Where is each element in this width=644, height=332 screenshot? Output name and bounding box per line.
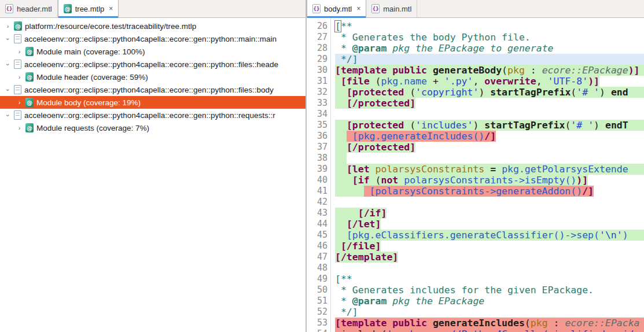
code-segment [335,131,347,142]
tree-item-label: Module header (coverage: 59%) [36,73,148,82]
code-line-32[interactable]: [protected ('copyright') startTagPrefix(… [335,87,644,98]
doc-file-icon [14,110,21,120]
tree-item-module-main[interactable]: ›@Module main (coverage: 100%) [0,45,306,58]
coverage-highlight-fill [634,329,644,332]
tree-item-module-body[interactable]: ›@Module body (coverage: 19%) [0,96,306,109]
close-icon[interactable]: × [109,5,113,12]
code-line-53[interactable]: [template public generateIncludes(pkg : … [335,318,644,329]
chevron-down-icon[interactable]: › [5,36,11,42]
code-segment: [polarsysConstraints->generateAddon() [364,186,583,197]
code-segment: [let [347,164,370,175]
code-line-37[interactable]: [/protected] [335,142,644,153]
code-segment: ) [473,120,484,131]
code-segment: * [335,43,352,54]
code-line-38[interactable] [335,153,644,164]
code-segment: @param [352,43,387,54]
module-file-icon: @ [25,72,34,82]
chevron-right-icon[interactable]: › [16,125,23,131]
tab-main-mtl[interactable]: {}main.mtl [366,0,417,17]
code-line-36[interactable]: [pkg.generateIncludes()/] [335,131,644,142]
code-segment [387,318,392,329]
code-line-33[interactable]: [/protected] [335,98,644,109]
code-line-50[interactable]: * Generates includes for the given EPack… [335,285,644,296]
code-segment: * Generates includes for the given EPack… [335,285,594,296]
line-number-gutter: 2627282930313233343536373839404142434445… [310,18,331,332]
chevron-down-icon[interactable]: › [5,87,11,93]
tab-label: body.mtl [324,5,352,13]
code-line-31[interactable]: [file (pkg.name + '.py', overwrite, 'UTF… [335,76,644,87]
code-segment: ecore::EPacka [565,318,639,329]
code-segment [335,175,352,186]
code-segment: [/file] [341,241,381,252]
tree-item-acceleoenv-org-eclipse-python4capella-ecore-gen-python-files-body[interactable]: ›acceleoenv::org::eclipse::python4capell… [0,83,306,96]
code-line-54[interactable]: include('workspace://Python4Capella/simp… [335,329,644,332]
chevron-down-icon[interactable]: › [5,112,11,119]
code-line-26[interactable]: [** [335,21,644,32]
code-line-40[interactable]: [if (not polarsysConstraints->isEmpty())… [335,175,644,186]
code-line-34[interactable] [335,109,644,120]
swirl-file-icon: @ [64,4,72,13]
code-line-44[interactable]: [/let] [335,219,644,230]
code-line-49[interactable]: [** [335,274,644,285]
code-segment: */] [335,307,358,318]
code-segment: ( [404,120,415,131]
tree-item-acceleoenv-org-eclipse-python4capella-ecore-gen-python-requests-r[interactable]: ›acceleoenv::org::eclipse::python4capell… [0,109,306,121]
code-line-39[interactable]: [let polarsysConstraints = pkg.getPolars… [335,164,644,175]
code-line-48[interactable] [335,263,644,274]
code-segment: pkg [531,318,548,329]
line-number: 44 [310,219,327,230]
code-line-47[interactable]: [/template] [335,252,644,263]
code-line-51[interactable]: * @param pkg the EPackage [335,296,644,307]
code-segment: + [427,76,444,87]
tree-item-acceleoenv-org-eclipse-python4capella-ecore-gen-python-files-heade[interactable]: ›acceleoenv::org::eclipse::python4capell… [0,58,306,71]
close-icon[interactable]: × [356,5,360,12]
code-segment: /] [484,131,496,142]
code-line-35[interactable]: [protected ('includes') startTagPrefix('… [335,120,644,131]
code-segment: [/let] [347,219,381,230]
traceability-tree: ›@platform:/resource/ecore.test/traceabi… [0,18,306,332]
code-segment: [ [335,21,341,32]
code-segment: [/protected] [347,142,415,153]
code-segment: ( [370,76,381,87]
chevron-right-icon[interactable]: › [5,23,11,29]
code-line-45[interactable]: [pkg.eClassifiers.generateClassifier()->… [335,230,644,241]
code-segment: , [473,76,484,87]
code-segment: pkg the EPackage [392,296,484,307]
code-segment: pkg the EPackage to generate [392,43,553,54]
chevron-right-icon[interactable]: › [16,99,23,106]
code-segment: startTagPrefix [490,87,571,98]
code-line-43[interactable]: [/if] [335,208,644,219]
line-number: 35 [310,120,327,131]
chevron-down-icon[interactable]: › [5,61,11,68]
code-segment: 'workspace://Python4Capella/simplified_a… [387,329,634,332]
code-segment [398,175,404,186]
code-line-28[interactable]: * @param pkg the EPackage to generate [335,43,644,54]
code-line-42[interactable] [335,197,644,208]
line-number: 28 [310,43,327,54]
chevron-right-icon[interactable]: › [16,49,23,55]
code-area[interactable]: [** * Generates the body Python file. * … [331,18,644,332]
code-segment: pkg.name [381,76,426,87]
tree-item-platform-resource-ecore-test-traceability-tree-mtlp[interactable]: ›@platform:/resource/ecore.test/traceabi… [0,20,306,32]
code-line-27[interactable]: * Generates the body Python file. [335,32,644,43]
tab-body-mtl[interactable]: {}body.mtl× [307,0,366,17]
tree-item-module-requests[interactable]: ›@Module requests (coverage: 7%) [0,121,306,134]
coverage-highlight-fill [628,120,644,131]
code-line-29[interactable]: */] [335,54,644,65]
code-segment: end [611,87,628,98]
code-segment [427,318,433,329]
tab-header-mtl[interactable]: {}header.mtl [0,0,58,17]
tree-item-acceleoenv-org-eclipse-python4capella-ecore-gen-python-main-main[interactable]: ›acceleoenv::org::eclipse::python4capell… [0,32,306,45]
code-line-30[interactable]: [template public generateBody(pkg : ecor… [335,65,644,76]
tab-tree-mtlp[interactable]: @tree.mtlp× [58,0,119,17]
chevron-right-icon[interactable]: › [16,74,23,80]
code-segment [335,153,347,164]
code-segment: ( [502,65,507,76]
code-line-41[interactable]: [polarsysConstraints->generateAddon()/] [335,186,644,197]
tree-item-module-header[interactable]: ›@Module header (coverage: 59%) [0,71,306,83]
code-line-46[interactable]: [/file] [335,241,644,252]
code-line-52[interactable]: */] [335,307,644,318]
code-segment: polarsysConstraints [376,164,485,175]
code-segment [335,208,358,219]
module-file-icon: @ [25,123,34,132]
